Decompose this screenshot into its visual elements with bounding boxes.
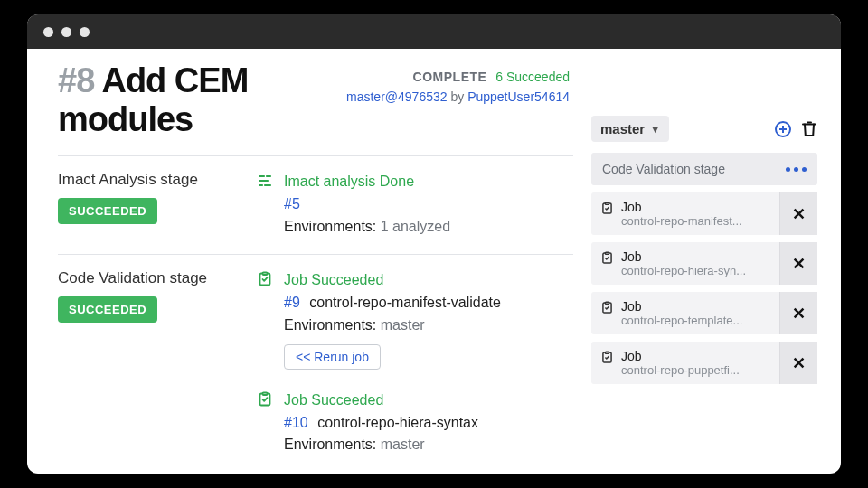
sidebar-job-item[interactable]: Job control-repo-hiera-syn... ✕	[591, 242, 817, 285]
branch-name: master	[600, 121, 645, 136]
sidebar-job-item[interactable]: Job control-repo-manifest... ✕	[591, 192, 817, 235]
author-link[interactable]: PuppetUser54614	[467, 89, 570, 104]
app-window: #8 Add CEM modules COMPLETE 6 Succeeded …	[27, 14, 841, 474]
status-complete: COMPLETE	[413, 70, 487, 84]
clipboard-check-icon	[600, 349, 614, 368]
sidebar-job-title: Job	[621, 200, 770, 214]
by-word: by	[448, 89, 468, 104]
svg-rect-6	[263, 273, 268, 276]
sidebar-job-title: Job	[621, 349, 770, 363]
env-label: Environments:	[284, 219, 381, 234]
remove-job-button[interactable]: ✕	[779, 192, 817, 235]
stage-title: Code Validation stage	[58, 269, 239, 287]
main-column: #8 Add CEM modules COMPLETE 6 Succeeded …	[58, 61, 570, 474]
stage-label: Code Validation stage SUCCEEDED	[58, 269, 239, 456]
job-row: Imact analysis Done #5 Environments: 1 a…	[257, 171, 573, 238]
sidebar: master ▼ Code Validation stage	[591, 116, 817, 474]
job-row: Job Succeeded #9 control-repo-manifest-v…	[257, 269, 573, 369]
page-title: #8 Add CEM modules	[58, 61, 346, 139]
status-badge-succeeded: SUCCEEDED	[58, 198, 157, 224]
remove-job-button[interactable]: ✕	[779, 292, 817, 334]
remove-job-button[interactable]: ✕	[779, 242, 817, 285]
run-meta: COMPLETE 6 Succeeded master@4976532 by P…	[346, 67, 570, 108]
env-value: master	[381, 436, 425, 452]
stage-title: Imact Analysis stage	[58, 171, 239, 189]
stage-row-codeval: Code Validation stage SUCCEEDED Job Succ…	[58, 254, 573, 473]
commit-ref-link[interactable]: master@4976532	[346, 89, 448, 104]
job-status: Imact analysis Done	[284, 171, 573, 193]
sidebar-header: master ▼	[591, 116, 817, 142]
svg-rect-19	[605, 302, 609, 304]
window-dot	[43, 27, 53, 37]
trash-icon[interactable]	[801, 120, 817, 138]
run-number: #8	[58, 61, 94, 99]
sidebar-job-title: Job	[621, 249, 770, 264]
stages-list: Imact Analysis stage SUCCEEDED Imact ana…	[58, 155, 573, 473]
job-row: Job Succeeded #10 control-repo-hiera-syn…	[257, 389, 573, 456]
svg-rect-17	[605, 252, 609, 254]
sidebar-job-name: control-repo-manifest...	[621, 214, 770, 228]
clipboard-check-icon	[257, 269, 275, 369]
job-number-link[interactable]: #9	[284, 295, 300, 310]
add-icon[interactable]	[774, 120, 792, 138]
svg-rect-8	[263, 392, 268, 395]
sidebar-job-item[interactable]: Job control-repo-template... ✕	[591, 292, 817, 334]
env-label: Environments:	[284, 317, 381, 333]
status-badge-succeeded: SUCCEEDED	[58, 296, 157, 323]
status-succeeded-count: 6 Succeeded	[495, 70, 570, 84]
job-name: control-repo-hiera-syntax	[317, 415, 478, 430]
svg-rect-21	[605, 352, 609, 353]
stage-row-impact: Imact Analysis stage SUCCEEDED Imact ana…	[58, 155, 573, 254]
stage-label: Imact Analysis stage SUCCEEDED	[58, 171, 239, 238]
sidebar-job-name: control-repo-hiera-syn...	[621, 264, 770, 277]
clipboard-check-icon	[600, 299, 614, 318]
branch-select[interactable]: master ▼	[591, 116, 669, 142]
analysis-icon	[257, 171, 275, 238]
job-number-link[interactable]: #5	[284, 196, 300, 211]
sidebar-job-item[interactable]: Job control-repo-puppetfi... ✕	[591, 342, 817, 384]
sidebar-job-name: control-repo-puppetfi...	[621, 363, 770, 377]
job-body: Job Succeeded #10 control-repo-hiera-syn…	[284, 389, 573, 456]
job-body: Imact analysis Done #5 Environments: 1 a…	[284, 171, 573, 238]
job-body: Job Succeeded #9 control-repo-manifest-v…	[284, 269, 573, 369]
clipboard-check-icon	[257, 389, 275, 456]
job-number-link[interactable]: #10	[284, 415, 308, 430]
env-label: Environments:	[284, 436, 381, 452]
remove-job-button[interactable]: ✕	[779, 342, 817, 384]
rerun-job-button[interactable]: << Rerun job	[284, 344, 381, 370]
env-value: 1 analyzed	[381, 219, 450, 234]
job-status: Job Succeeded	[284, 389, 573, 412]
clipboard-check-icon	[600, 249, 614, 268]
sidebar-job-title: Job	[621, 299, 770, 314]
chevron-down-icon: ▼	[650, 124, 660, 135]
sidebar-stage-label: Code Validation stage	[602, 162, 725, 176]
env-value: master	[381, 317, 425, 333]
job-name: control-repo-manifest-validate	[309, 295, 501, 310]
window-titlebar	[27, 14, 841, 49]
window-dot	[80, 27, 90, 37]
stage-jobs: Job Succeeded #9 control-repo-manifest-v…	[257, 269, 573, 456]
clipboard-check-icon	[600, 200, 614, 219]
stage-jobs: Imact analysis Done #5 Environments: 1 a…	[257, 171, 573, 238]
sidebar-stage-header[interactable]: Code Validation stage	[591, 153, 817, 185]
svg-rect-15	[605, 202, 609, 204]
more-icon[interactable]	[786, 167, 807, 172]
sidebar-job-name: control-repo-template...	[621, 314, 770, 327]
job-status: Job Succeeded	[284, 269, 573, 292]
page-header: #8 Add CEM modules COMPLETE 6 Succeeded …	[58, 61, 570, 139]
window-dot	[61, 27, 71, 37]
content-area: #8 Add CEM modules COMPLETE 6 Succeeded …	[27, 49, 841, 474]
sidebar-actions	[774, 120, 817, 138]
